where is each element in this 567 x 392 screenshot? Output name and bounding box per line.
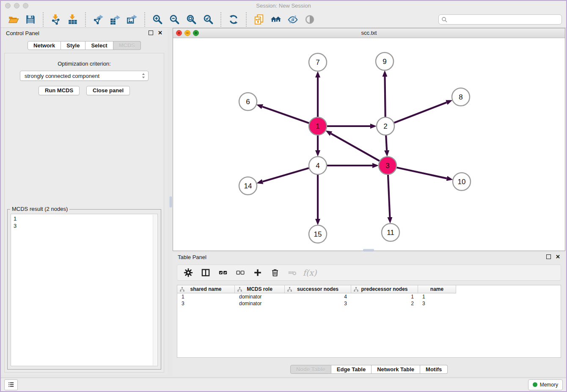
graph-node-15[interactable]: 15	[309, 225, 327, 243]
table-panel-close-icon[interactable]: ✕	[556, 254, 560, 259]
node-table-body: 1dominator4113dominator323	[177, 293, 561, 307]
show-selected-icon	[303, 13, 316, 26]
select-all-rows-icon[interactable]	[218, 268, 228, 278]
graph-node-9[interactable]: 9	[376, 52, 394, 70]
menu-list-icon	[8, 381, 15, 388]
table-tab-network-table[interactable]: Network Table	[372, 365, 420, 374]
mcds-result-text[interactable]: 1 3	[11, 214, 158, 366]
graph-node-7[interactable]: 7	[309, 53, 327, 71]
tab-mcds[interactable]: MCDS	[113, 41, 141, 50]
network-close-button[interactable]	[176, 30, 182, 36]
node-table: shared nameMCDS rolesuccessor nodesprede…	[177, 285, 561, 358]
deselect-all-rows-icon[interactable]	[235, 268, 245, 278]
graph-edge-2-8[interactable]	[394, 102, 447, 123]
control-panel-tabs: NetworkStyleSelectMCDS	[1, 41, 168, 50]
column-header-mcds-role[interactable]: MCDS role	[235, 285, 285, 293]
table-tab-node-table[interactable]: Node Table	[290, 365, 331, 374]
graph-node-1[interactable]: 1	[309, 117, 327, 135]
graph-edge-3-11[interactable]	[388, 175, 390, 217]
copy-network-icon[interactable]	[253, 13, 265, 26]
zoom-selected-icon[interactable]	[202, 13, 215, 26]
show-all-networks-icon[interactable]	[270, 13, 282, 26]
search-box	[438, 14, 562, 25]
graph-edge-3-10[interactable]	[397, 168, 447, 179]
table-row[interactable]: 1dominator411	[177, 293, 561, 300]
graph-node-6[interactable]: 6	[239, 93, 257, 110]
zoom-fit-icon[interactable]	[185, 13, 198, 26]
apply-layout-icon[interactable]	[227, 13, 240, 26]
graph-edge-1-6[interactable]	[262, 107, 309, 123]
network-minimize-button[interactable]	[184, 30, 190, 36]
graph-edge-2-9[interactable]	[385, 77, 385, 117]
column-type-icon	[287, 287, 292, 292]
run-mcds-button[interactable]: Run MCDS	[39, 86, 80, 95]
svg-text:7: 7	[316, 58, 319, 66]
zoom-out-icon[interactable]	[168, 13, 181, 26]
network-canvas[interactable]: 7968124314101511	[173, 38, 565, 251]
graph-node-14[interactable]: 14	[239, 177, 257, 195]
import-table-icon[interactable]	[66, 13, 79, 26]
column-header-successor-nodes[interactable]: successor nodes	[285, 285, 351, 293]
optimization-criterion-select[interactable]: strongly connected component	[20, 71, 149, 81]
table-cell: 1	[177, 293, 235, 300]
save-session-icon[interactable]	[24, 13, 37, 26]
table-cell: 2	[351, 300, 418, 307]
column-header-predecessor-nodes[interactable]: predecessor nodes	[351, 285, 418, 293]
import-network-icon[interactable]	[50, 13, 62, 26]
export-image-icon[interactable]	[126, 13, 138, 26]
search-input[interactable]	[438, 14, 562, 25]
delete-table-icon	[287, 268, 297, 278]
tab-network[interactable]: Network	[28, 41, 61, 50]
app-titlebar: Session: New Session	[1, 1, 566, 11]
table-toolbar: f(x)	[177, 265, 561, 281]
add-column-icon[interactable]	[253, 268, 263, 278]
table-tab-edge-table[interactable]: Edge Table	[331, 365, 372, 374]
node-table-header: shared nameMCDS rolesuccessor nodesprede…	[177, 285, 561, 293]
column-type-icon	[354, 287, 358, 292]
export-table-icon[interactable]	[109, 13, 121, 26]
memory-button[interactable]: Memory	[528, 379, 563, 390]
table-panel-float-icon[interactable]	[546, 254, 551, 259]
graph-node-4[interactable]: 4	[309, 157, 327, 174]
column-header-shared-name[interactable]: shared name	[177, 285, 235, 293]
open-session-icon[interactable]	[7, 13, 20, 26]
close-panel-button[interactable]: Close panel	[86, 86, 130, 95]
zoom-in-icon[interactable]	[151, 13, 164, 26]
svg-text:11: 11	[387, 229, 394, 237]
task-history-button[interactable]	[4, 379, 18, 390]
graph-node-8[interactable]: 8	[452, 88, 470, 106]
table-cell: 3	[418, 300, 456, 307]
table-cell: 4	[285, 293, 351, 300]
application-window: Session: New Session Control Panel ✕ Net…	[0, 0, 567, 392]
table-tab-motifs[interactable]: Motifs	[420, 365, 448, 374]
graph-edge-3-1[interactable]	[331, 134, 379, 161]
result-scrollbar[interactable]	[153, 215, 157, 365]
hide-selected-icon[interactable]	[286, 13, 299, 26]
column-header-label: name	[430, 286, 443, 292]
column-header-name[interactable]: name	[418, 285, 456, 293]
export-network-icon[interactable]	[92, 13, 105, 26]
delete-column-icon[interactable]	[270, 268, 280, 278]
graph-edge-2-3[interactable]	[386, 135, 387, 150]
toggle-column-visibility-icon[interactable]	[201, 268, 211, 278]
table-row[interactable]: 3dominator323	[177, 300, 561, 307]
vertical-splitter-handle[interactable]	[169, 196, 172, 207]
graph-node-11[interactable]: 11	[382, 224, 399, 241]
main-toolbar	[1, 11, 566, 28]
graph-node-3[interactable]: 3	[379, 157, 396, 174]
mcds-result-line: 1	[14, 215, 155, 222]
table-settings-icon[interactable]	[183, 268, 193, 278]
control-panel-close-icon[interactable]: ✕	[158, 30, 162, 35]
app-title: Session: New Session	[1, 3, 566, 9]
network-maximize-button[interactable]	[193, 30, 199, 36]
control-panel-float-icon[interactable]	[149, 30, 153, 35]
graph-node-10[interactable]: 10	[453, 173, 471, 190]
graph-edge-4-14[interactable]	[263, 168, 309, 182]
tab-style[interactable]: Style	[61, 41, 85, 50]
tab-select[interactable]: Select	[85, 41, 113, 50]
graph-node-2[interactable]: 2	[377, 117, 394, 135]
svg-text:14: 14	[244, 182, 252, 190]
svg-text:3: 3	[385, 162, 389, 170]
optimization-criterion-value: strongly connected component	[25, 73, 99, 79]
horizontal-splitter-handle[interactable]	[363, 249, 374, 251]
